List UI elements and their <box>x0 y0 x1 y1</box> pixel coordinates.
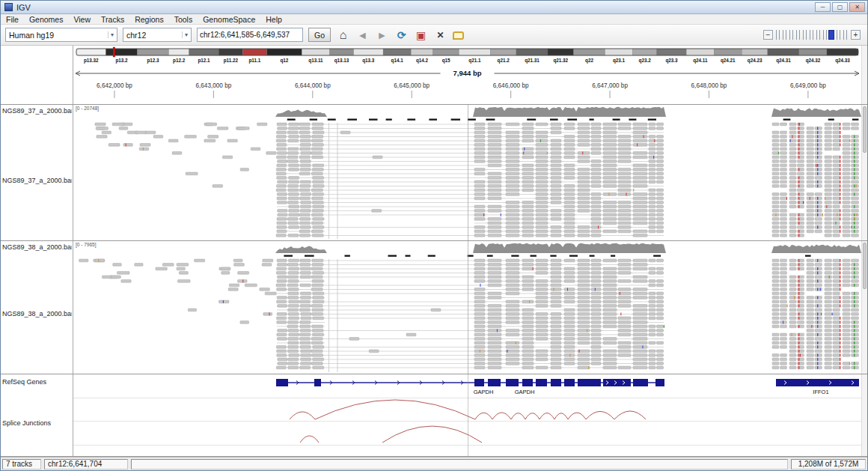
svg-text:q24.31: q24.31 <box>776 58 791 64</box>
toolbar: Human hg19 ▾ chr12 ▾ Go ⌂ ◄ ► ⟳ ▣ ✕ − + <box>1 25 867 46</box>
header-panel: p13.32p13.2p12.3p12.2p12.1p11.22p11.1q12… <box>1 46 867 105</box>
alignment-panel-1[interactable]: [0 - 20748] <box>73 105 861 241</box>
home-icon[interactable]: ⌂ <box>336 27 350 43</box>
svg-text:q15: q15 <box>442 58 450 64</box>
svg-text:q23.3: q23.3 <box>665 58 678 64</box>
panel-features: RefSeq Genes Splice Junctions GAPDHGAPDH… <box>1 374 867 457</box>
menu-genomespace[interactable]: GenomeSpace <box>198 14 260 25</box>
close-button[interactable]: ✕ <box>849 2 865 12</box>
svg-text:q24.32: q24.32 <box>806 58 821 64</box>
svg-text:q13.11: q13.11 <box>308 58 323 64</box>
go-button[interactable]: Go <box>308 28 331 42</box>
minimize-button[interactable]: ─ <box>815 2 831 12</box>
scrollbar-thumb[interactable] <box>863 106 867 153</box>
menu-tracks[interactable]: Tracks <box>96 14 129 25</box>
svg-text:[0 - 20748]: [0 - 20748] <box>76 106 99 112</box>
chromosome-select-value: chr12 <box>126 31 146 40</box>
track-label-refseq-genes[interactable]: RefSeq Genes <box>2 378 72 386</box>
chromosome-ideogram[interactable]: p13.32p13.2p12.3p12.2p12.1p11.22p11.1q12… <box>73 46 861 65</box>
svg-text:p12.1: p12.1 <box>198 58 210 64</box>
features-panel[interactable]: GAPDHGAPDHIFFO1 <box>73 374 861 457</box>
svg-text:q21.32: q21.32 <box>553 58 568 64</box>
svg-text:q12: q12 <box>280 58 288 64</box>
menu-genomes[interactable]: Genomes <box>24 14 69 25</box>
svg-text:p13.2: p13.2 <box>115 58 128 64</box>
titlebar[interactable]: IGV ─ ▢ ✕ <box>1 1 867 14</box>
track-label-alignment-2[interactable]: NGS89_38_a_2000.bam <box>2 310 72 317</box>
svg-text:q22: q22 <box>585 58 593 64</box>
svg-text:q14.1: q14.1 <box>391 58 404 64</box>
statusbar: 7 tracks chr12:6,641,704 1,208M of 1,572… <box>1 457 867 470</box>
cursor-position: chr12:6,641,704 <box>44 459 128 470</box>
svg-text:q24.33: q24.33 <box>835 58 850 64</box>
refresh-icon[interactable]: ⟳ <box>394 27 409 43</box>
svg-text:q24.11: q24.11 <box>693 58 708 64</box>
forward-icon[interactable]: ► <box>375 27 389 43</box>
svg-text:q13.13: q13.13 <box>334 58 349 64</box>
svg-text:q24.21: q24.21 <box>721 58 736 64</box>
zoom-in-button[interactable]: + <box>851 30 861 40</box>
menu-file[interactable]: File <box>1 14 24 25</box>
svg-text:q21.2: q21.2 <box>498 58 510 64</box>
svg-text:q13.3: q13.3 <box>362 58 375 64</box>
chevron-down-icon: ▾ <box>182 31 188 38</box>
svg-text:q23.1: q23.1 <box>613 58 626 64</box>
track-label-coverage-1[interactable]: NGS89_37_a_2000.bam Coverage <box>2 107 72 115</box>
menu-help[interactable]: Help <box>260 14 287 25</box>
svg-text:p12.2: p12.2 <box>173 58 186 64</box>
svg-text:p12.3: p12.3 <box>147 58 159 64</box>
scrollbar[interactable] <box>861 105 867 240</box>
scrollbar-thumb[interactable] <box>863 243 867 289</box>
svg-text:p13.32: p13.32 <box>84 58 99 64</box>
zoom-control: − + <box>763 30 861 40</box>
svg-text:6,643,000 bp: 6,643,000 bp <box>195 82 231 89</box>
scrollbar-gutter <box>861 374 867 456</box>
scrollbar[interactable] <box>861 241 867 374</box>
scrollbar-gutter <box>861 46 867 104</box>
ruler[interactable]: 7,944 bp6,642,000 bp6,643,000 bp6,644,00… <box>73 65 861 105</box>
svg-text:6,646,000 bp: 6,646,000 bp <box>493 82 529 89</box>
menu-regions[interactable]: Regions <box>129 14 169 25</box>
back-icon[interactable]: ◄ <box>355 27 370 43</box>
svg-text:q14.2: q14.2 <box>416 58 429 64</box>
svg-text:q21.31: q21.31 <box>525 58 540 64</box>
resize-tool-icon[interactable]: ✕ <box>433 27 447 43</box>
menu-view[interactable]: View <box>68 14 96 25</box>
zoom-out-button[interactable]: − <box>763 30 773 40</box>
menu-tools[interactable]: Tools <box>169 14 198 25</box>
genome-select-value: Human hg19 <box>9 31 54 40</box>
svg-text:6,649,000 bp: 6,649,000 bp <box>790 82 826 89</box>
alignment-panel-2[interactable]: [0 - 7965] <box>73 241 861 374</box>
zoom-slider-thumb[interactable] <box>828 30 834 40</box>
chromosome-select[interactable]: chr12 ▾ <box>123 28 192 42</box>
maximize-button[interactable]: ▢ <box>832 2 848 12</box>
track-label-coverage-2[interactable]: NGS89_38_a_2000.bam Coverage <box>2 243 72 251</box>
svg-text:p11.22: p11.22 <box>224 58 239 64</box>
svg-text:GAPDH: GAPDH <box>515 389 535 395</box>
region-tool-icon[interactable]: ▣ <box>414 27 428 43</box>
svg-text:GAPDH: GAPDH <box>474 389 494 395</box>
tooltip-toggle-icon[interactable] <box>453 31 464 40</box>
window-controls: ─ ▢ ✕ <box>815 2 865 12</box>
menubar: File Genomes View Tracks Regions Tools G… <box>1 14 867 25</box>
svg-text:6,642,000 bp: 6,642,000 bp <box>97 82 132 89</box>
window-title: IGV <box>16 3 31 12</box>
svg-text:6,644,000 bp: 6,644,000 bp <box>295 82 331 89</box>
chevron-down-icon: ▾ <box>108 31 114 38</box>
track-count: 7 tracks <box>2 459 41 470</box>
svg-text:6,648,000 bp: 6,648,000 bp <box>691 82 727 89</box>
locus-input[interactable] <box>197 28 303 42</box>
track-sidebar: RefSeq Genes Splice Junctions <box>1 374 73 456</box>
genome-select[interactable]: Human hg19 ▾ <box>5 28 117 42</box>
svg-text:q24.23: q24.23 <box>748 58 762 64</box>
panel-sample-1: NGS89_37_a_2000.bam Coverage NGS89_37_a_… <box>1 105 867 241</box>
app-icon <box>4 3 13 11</box>
track-label-alignment-1[interactable]: NGS89_37_a_2000.bam <box>2 177 72 184</box>
svg-text:7,944 bp: 7,944 bp <box>453 69 481 77</box>
track-label-splice-junctions[interactable]: Splice Junctions <box>2 419 72 427</box>
panel-sample-2: NGS89_38_a_2000.bam Coverage NGS89_38_a_… <box>1 241 867 374</box>
igv-window: IGV ─ ▢ ✕ File Genomes View Tracks Regio… <box>0 0 868 471</box>
zoom-slider[interactable] <box>776 30 848 40</box>
svg-text:6,647,000 bp: 6,647,000 bp <box>592 82 628 89</box>
svg-text:6,645,000 bp: 6,645,000 bp <box>394 82 430 89</box>
